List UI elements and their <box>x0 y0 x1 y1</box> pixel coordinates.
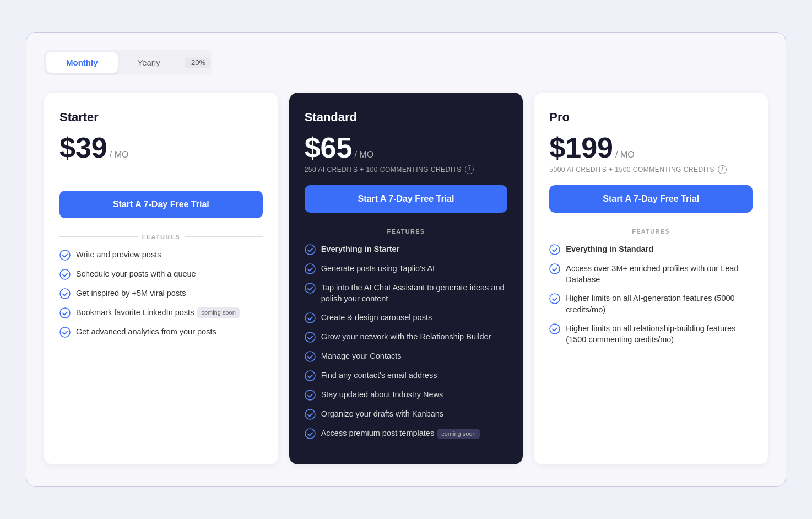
price-row-standard: $65/ MO <box>305 133 508 162</box>
features-section-standard: FEATURESEverything in StarterGenerate po… <box>305 228 508 447</box>
check-icon <box>549 323 560 334</box>
svg-point-1 <box>60 269 70 279</box>
billing-toggle: Monthly Yearly -20% <box>44 50 212 75</box>
feature-text: Schedule your posts with a queue <box>76 268 196 279</box>
check-icon <box>305 390 316 401</box>
feature-item: Higher limits on all AI-generation featu… <box>549 293 753 315</box>
features-section-starter: FEATURESWrite and preview postsSchedule … <box>59 234 263 447</box>
check-icon <box>305 409 316 420</box>
plan-card-standard: Standard$65/ MO250 AI CREDITS + 100 COMM… <box>289 93 523 465</box>
check-icon <box>305 428 316 439</box>
svg-point-13 <box>305 409 315 419</box>
credits-info-standard: 250 AI CREDITS + 100 COMMENTING CREDITS … <box>305 165 508 174</box>
check-icon <box>59 307 71 318</box>
feature-text: Manage your Contacts <box>321 350 402 361</box>
feature-item: Write and preview posts <box>59 249 263 261</box>
svg-point-15 <box>550 245 560 255</box>
check-icon <box>59 327 71 338</box>
plans-row: Starter$39/ MOStart A 7-Day Free TrialFE… <box>44 93 768 465</box>
feature-text: Access premium post templatescoming soon <box>321 428 480 439</box>
feature-item: Organize your drafts with Kanbans <box>305 408 508 420</box>
feature-item: Generate posts using Taplio's AI <box>305 263 508 274</box>
monthly-toggle-button[interactable]: Monthly <box>46 52 118 73</box>
feature-text: Generate posts using Taplio's AI <box>321 263 435 274</box>
check-icon <box>59 250 71 261</box>
check-icon <box>305 283 316 294</box>
check-icon <box>305 312 316 323</box>
yearly-toggle-button[interactable]: Yearly <box>118 52 180 73</box>
feature-text: Bookmark favorite LinkedIn postscoming s… <box>76 307 240 318</box>
feature-item: Everything in Standard <box>549 244 753 255</box>
feature-text: Grow your network with the Relationship … <box>321 331 491 342</box>
svg-point-14 <box>305 429 315 439</box>
feature-text: Write and preview posts <box>76 249 161 260</box>
credits-info-pro: 5000 AI CREDITS + 1500 COMMENTING CREDIT… <box>549 165 753 174</box>
cta-button-pro[interactable]: Start A 7-Day Free Trial <box>549 185 753 213</box>
svg-point-3 <box>60 308 70 318</box>
svg-point-18 <box>550 324 560 334</box>
feature-text: Get advanced analytics from your posts <box>76 326 216 337</box>
feature-item: Create & design carousel posts <box>305 312 508 323</box>
check-icon <box>549 263 560 274</box>
feature-item: Grow your network with the Relationship … <box>305 331 508 343</box>
pricing-page: Monthly Yearly -20% Starter$39/ MOStart … <box>26 32 786 488</box>
price-period-pro: / MO <box>615 150 635 160</box>
check-icon <box>305 332 316 343</box>
coming-soon-badge: coming soon <box>197 307 239 318</box>
feature-text: Everything in Starter <box>321 244 400 255</box>
features-section-pro: FEATURESEverything in StandardAccess ove… <box>549 228 753 447</box>
feature-item: Find any contact's email address <box>305 370 508 381</box>
features-label-pro: FEATURES <box>549 228 753 235</box>
feature-text: Tap into the AI Chat Assistant to genera… <box>321 282 508 305</box>
plan-card-starter: Starter$39/ MOStart A 7-Day Free TrialFE… <box>44 93 278 465</box>
check-icon <box>305 370 316 381</box>
feature-text: Higher limits on all AI-generation featu… <box>566 293 753 315</box>
svg-point-2 <box>60 289 70 299</box>
price-amount-starter: $39 <box>59 133 107 162</box>
features-label-starter: FEATURES <box>59 234 263 240</box>
svg-point-4 <box>60 327 70 337</box>
svg-point-8 <box>305 313 315 323</box>
info-icon: i <box>718 165 727 174</box>
feature-text: Stay updated about Industry News <box>321 389 443 400</box>
feature-item: Everything in Starter <box>305 244 508 255</box>
price-period-standard: / MO <box>354 150 373 160</box>
check-icon <box>305 351 316 362</box>
svg-point-11 <box>305 371 315 381</box>
price-amount-pro: $199 <box>549 133 613 162</box>
feature-text: Find any contact's email address <box>321 370 437 381</box>
plan-card-pro: Pro$199/ MO5000 AI CREDITS + 1500 COMMEN… <box>534 93 768 465</box>
svg-point-10 <box>305 352 315 361</box>
svg-point-17 <box>550 294 560 304</box>
cta-button-standard[interactable]: Start A 7-Day Free Trial <box>305 185 508 213</box>
feature-item: Get inspired by +5M viral posts <box>59 288 263 299</box>
svg-point-9 <box>305 332 315 342</box>
price-period-starter: / MO <box>110 150 129 160</box>
svg-point-0 <box>60 250 70 260</box>
plan-name-pro: Pro <box>549 110 753 125</box>
feature-text: Get inspired by +5M viral posts <box>76 288 186 299</box>
svg-point-12 <box>305 390 315 400</box>
cta-button-starter[interactable]: Start A 7-Day Free Trial <box>59 191 263 218</box>
feature-text: Everything in Standard <box>566 244 653 255</box>
plan-name-starter: Starter <box>59 110 263 125</box>
check-icon <box>305 244 316 255</box>
svg-point-5 <box>305 245 315 255</box>
svg-point-7 <box>305 283 315 293</box>
check-icon <box>305 263 316 274</box>
feature-item: Get advanced analytics from your posts <box>59 326 263 338</box>
info-icon: i <box>465 165 474 174</box>
price-amount-standard: $65 <box>305 133 353 162</box>
price-row-starter: $39/ MO <box>59 133 263 162</box>
feature-text: Higher limits on all relationship-buildi… <box>566 323 753 345</box>
price-row-pro: $199/ MO <box>549 133 753 162</box>
feature-item: Higher limits on all relationship-buildi… <box>549 323 753 345</box>
check-icon <box>549 244 560 255</box>
feature-item: Tap into the AI Chat Assistant to genera… <box>305 282 508 305</box>
plan-name-standard: Standard <box>305 110 508 125</box>
feature-item: Bookmark favorite LinkedIn postscoming s… <box>59 307 263 318</box>
feature-item: Stay updated about Industry News <box>305 389 508 401</box>
check-icon <box>59 269 71 280</box>
check-icon <box>549 293 560 304</box>
feature-text: Access over 3M+ enriched profiles with o… <box>566 263 753 285</box>
